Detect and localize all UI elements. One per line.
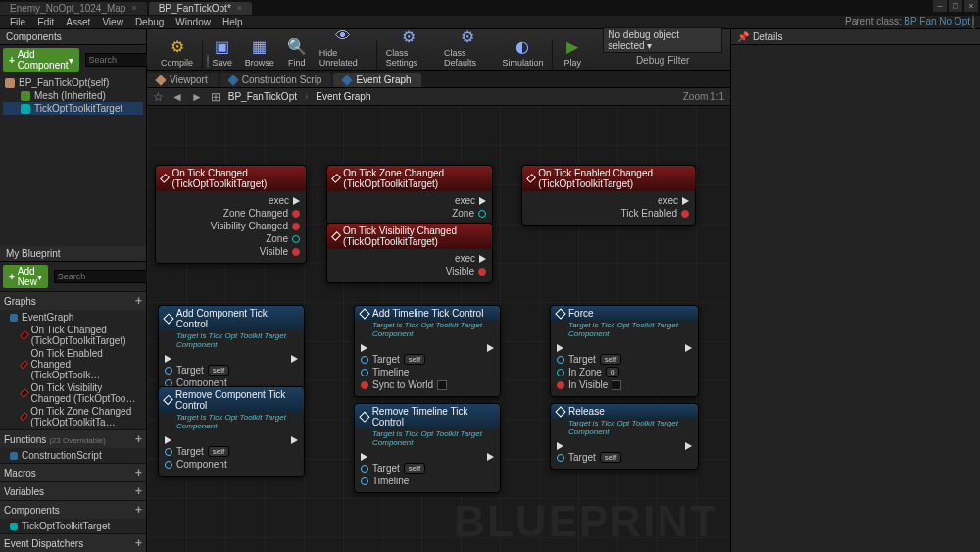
tab-viewport[interactable]: Viewport [147,73,218,87]
pin[interactable] [557,442,567,450]
tree-item[interactable]: TickOptToolkitTarget [3,102,143,115]
toolbar-class-defaults-button[interactable]: ⚙Class Defaults [438,24,497,70]
tree-root[interactable]: BP_FanTickOpt(self) [3,76,143,89]
debug-object-select[interactable]: No debug object selected ▾ [603,27,722,53]
add-component-button[interactable]: + Add Component ▾ [3,48,79,72]
pin[interactable]: Timeline [361,476,409,486]
bp-event[interactable]: On Tick Zone Changed (TickOptToolkitTa… [0,405,146,428]
bp-component-var[interactable]: TickOptToolkitTarget [0,520,146,532]
menu-edit[interactable]: Edit [31,17,60,27]
bp-eventgraph[interactable]: EventGraph [0,311,146,324]
pin[interactable] [361,344,371,352]
pin[interactable]: Target self [557,354,621,365]
pin[interactable]: Zone Changed [223,208,300,219]
grid-icon[interactable]: ⊞ [211,90,220,104]
pin[interactable]: Target self [361,463,425,474]
pin[interactable]: In Zone 0 [557,367,619,377]
pin[interactable]: Visibility Changed [211,221,300,231]
pin[interactable] [557,344,567,352]
toolbar-simulation-button[interactable]: ◐Simulation [496,33,549,70]
pin[interactable] [287,355,298,363]
bp-functions-section[interactable]: Functions (23 Overridable)+ [0,429,146,448]
tab-construction[interactable]: Construction Scrip [220,73,332,87]
parent-class-link[interactable]: BP Fan No Opt [904,16,970,26]
close-icon[interactable]: × [131,3,136,13]
breadcrumb-graph[interactable]: Event Graph [316,91,370,102]
graph-node[interactable]: Remove Timeline Tick ControlTarget is Ti… [354,403,501,493]
pin[interactable]: Sync to World [361,379,447,390]
pin[interactable]: Target self [165,365,229,376]
favorite-icon[interactable]: ☆ [153,90,164,104]
tab-eventgraph[interactable]: Event Graph [333,73,420,87]
add-icon[interactable]: + [135,503,142,517]
pin[interactable] [483,453,494,461]
pin[interactable]: Timeline [361,367,409,377]
toolbar-find-button[interactable]: 🔍Find [280,33,314,70]
graph-node[interactable]: Add Timeline Tick ControlTarget is Tick … [354,305,501,397]
graph-node[interactable]: On Tick Enabled Changed (TickOptToolkitT… [521,165,696,226]
tree-item[interactable]: Mesh (Inherited) [3,89,143,102]
bp-event[interactable]: On Tick Enabled Changed (TickOptToolk… [0,347,146,381]
thumbtack-icon[interactable]: 📌 [737,31,749,42]
pin[interactable]: Target self [165,446,229,457]
pin[interactable] [681,344,692,352]
search-icon[interactable] [207,54,209,66]
menu-view[interactable]: View [96,17,129,27]
graph-node[interactable]: Remove Component Tick ControlTarget is T… [158,386,305,477]
breadcrumb-asset[interactable]: BP_FanTickOpt [228,91,297,102]
pin[interactable] [287,436,298,444]
graph-node[interactable]: ForceTarget is Tick Opt Toolkit Target C… [550,305,699,397]
bp-variables-section[interactable]: Variables+ [0,481,146,500]
pin[interactable]: Target self [557,452,621,463]
bp-macros-section[interactable]: Macros+ [0,463,146,481]
graph-node[interactable]: On Tick Zone Changed (TickOptToolkitTarg… [326,165,493,226]
close-button[interactable]: × [964,0,978,12]
pin[interactable]: exec [455,195,486,206]
graph-node[interactable]: Add Component Tick ControlTarget is Tick… [158,305,305,395]
graph-canvas[interactable]: BLUEPRINT On Tick Changed (TickOptToolki… [147,106,730,552]
add-icon[interactable]: + [135,536,142,550]
pin[interactable] [165,436,175,444]
bp-event[interactable]: On Tick Changed (TickOptToolkitTarget) [0,324,146,347]
pin[interactable] [483,344,494,352]
pin[interactable] [681,442,692,450]
pin[interactable] [361,453,371,461]
graph-node[interactable]: On Tick Visibility Changed (TickOptToolk… [326,223,493,283]
nav-fwd-icon[interactable]: ► [191,90,203,104]
menu-file[interactable]: File [4,17,31,27]
pin[interactable]: Zone [266,233,300,244]
pin[interactable]: Visible [260,246,300,257]
pin[interactable]: Zone [452,208,486,219]
pin[interactable]: exec [658,195,689,206]
bp-dispatchers-section[interactable]: Event Dispatchers+ [0,533,146,552]
toolbar-class-settings-button[interactable]: ⚙Class Settings [380,24,438,70]
pin[interactable]: Visible [446,266,486,276]
bp-construction[interactable]: ConstructionScript [0,449,146,462]
map-tab[interactable]: Enemy_NoOpt_1024_Map × [0,2,147,15]
menu-asset[interactable]: Asset [60,17,96,27]
close-icon[interactable]: × [237,3,242,13]
toolbar-browse-button[interactable]: ▦Browse [239,33,280,70]
add-icon[interactable]: + [135,294,142,308]
graph-node[interactable]: ReleaseTarget is Tick Opt Toolkit Target… [550,403,699,470]
pin[interactable]: In Visible [557,379,621,390]
pin[interactable]: exec [455,253,486,264]
toolbar-hide-unrelated-button[interactable]: 👁Hide Unrelated [314,24,373,70]
pin[interactable]: Target self [361,354,425,365]
maximize-button[interactable]: □ [949,0,962,12]
pin[interactable]: exec [269,195,300,206]
bp-components-section[interactable]: Components+ [0,500,146,519]
toolbar-save-button[interactable]: ▣Save [206,33,239,70]
search-icon[interactable] [972,15,974,27]
bp-event[interactable]: On Tick Visibility Changed (TickOptToo… [0,381,146,405]
map-tab[interactable]: BP_FanTickOpt* × [149,2,252,15]
toolbar-compile-button[interactable]: ⚙Compile [155,33,199,70]
pin[interactable]: Tick Enabled [621,208,689,219]
add-new-button[interactable]: + Add New ▾ [3,265,48,288]
bp-graphs-section[interactable]: Graphs+ [0,291,146,310]
nav-back-icon[interactable]: ◄ [172,90,183,104]
toolbar-play-button[interactable]: ▶Play [556,33,589,70]
add-icon[interactable]: + [135,484,142,498]
graph-node[interactable]: On Tick Changed (TickOptToolkitTarget)ex… [155,165,307,264]
pin[interactable] [165,355,175,363]
